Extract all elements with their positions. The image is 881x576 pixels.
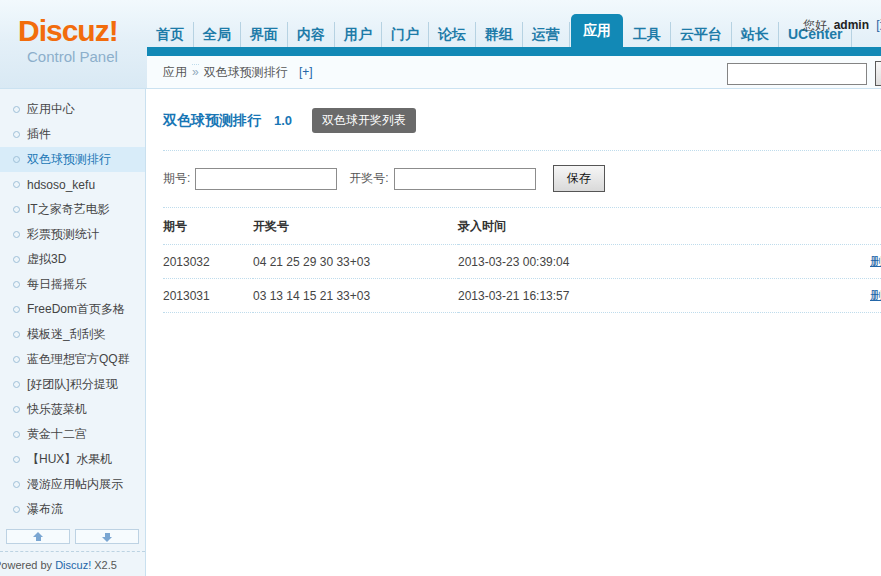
tab-global[interactable]: 全局	[194, 22, 241, 47]
tab-group[interactable]: 群组	[476, 22, 523, 47]
user-info: 您好, admin [退出]	[803, 17, 881, 34]
sidebar-item-label: FreeDom首页多格	[27, 301, 125, 318]
lottery-list-button[interactable]: 双色球开奖列表	[312, 108, 416, 133]
breadcrumb-bar: 应用»双色球预测排行 [+] 搜索	[147, 56, 881, 88]
tab-portal[interactable]: 门户	[382, 22, 429, 47]
sidebar-item[interactable]: hdsoso_kefu	[0, 172, 145, 197]
sidebar-item-label: 虚拟3D	[27, 251, 66, 268]
breadcrumb-root-link[interactable]: 应用	[163, 65, 187, 79]
brand-logo: Discuz! Control Panel	[18, 16, 118, 64]
tab-webmaster[interactable]: 站长	[732, 22, 779, 47]
sidebar-item-label: 双色球预测排行	[27, 151, 111, 168]
issue-label: 期号:	[163, 170, 190, 187]
sidebar-item[interactable]: 黄金十二宫	[0, 422, 145, 447]
sidebar-item-label: 蓝色理想官方QQ群	[27, 351, 130, 368]
sidebar-item-label: 彩票预测统计	[27, 226, 99, 243]
sidebar-item[interactable]: [好团队]积分提现	[0, 372, 145, 397]
version-text: X2.5	[94, 559, 117, 571]
bullet-icon	[13, 231, 20, 238]
tab-users[interactable]: 用户	[335, 22, 382, 47]
sidebar-scroll-controls	[6, 529, 139, 544]
cell-issue: 2013031	[163, 279, 253, 313]
sidebar-item[interactable]: 瀑布流	[0, 497, 145, 522]
sidebar-item[interactable]: IT之家奇艺电影	[0, 197, 145, 222]
delete-link[interactable]: 删除	[870, 254, 881, 268]
bullet-icon	[13, 206, 20, 213]
cell-number: 03 13 14 15 21 33+03	[253, 279, 458, 313]
number-input[interactable]	[394, 168, 536, 190]
scroll-up-button[interactable]	[6, 529, 70, 544]
bullet-icon	[13, 456, 20, 463]
logout-link[interactable]: [退出]	[876, 18, 881, 32]
tab-operation[interactable]: 运营	[523, 22, 570, 47]
sidebar-item-label: 黄金十二宫	[27, 426, 87, 443]
sidebar-item-label: 漫游应用帖内展示	[27, 476, 123, 493]
sidebar-item-label: 插件	[27, 126, 51, 143]
sidebar: 应用中心 插件 双色球预测排行 hdsoso_kefu IT之家奇艺电影 彩票预…	[0, 89, 146, 576]
version-badge: 1.0	[274, 113, 292, 128]
top-nav: 首页 全局 界面 内容 用户 门户 论坛 群组 运营 应用 工具 云平台 站长 …	[147, 22, 852, 47]
tab-tools[interactable]: 工具	[624, 22, 671, 47]
sidebar-item[interactable]: 模板迷_刮刮奖	[0, 322, 145, 347]
cell-time: 2013-03-23 00:39:04	[458, 245, 758, 279]
username: admin	[834, 18, 869, 32]
sidebar-item[interactable]: 漫游应用帖内展示	[0, 472, 145, 497]
discuz-link[interactable]: Discuz!	[55, 559, 91, 571]
entry-form: 期号: 开奖号: 保存	[163, 151, 881, 208]
issue-input[interactable]	[195, 168, 337, 190]
results-table: 期号 开奖号 录入时间 2013032 04 21 25 29 30 33+03…	[163, 208, 881, 313]
sidebar-item-plugins[interactable]: 插件	[0, 122, 145, 147]
sidebar-item[interactable]: 快乐菠菜机	[0, 397, 145, 422]
page-title: 双色球预测排行	[163, 112, 261, 130]
scroll-down-button[interactable]	[75, 529, 139, 544]
sidebar-item[interactable]: 【HUX】水果机	[0, 447, 145, 472]
cell-number: 04 21 25 29 30 33+03	[253, 245, 458, 279]
delete-link[interactable]: 删除	[870, 288, 881, 302]
sidebar-item-label: 每日摇摇乐	[27, 276, 87, 293]
tab-forum[interactable]: 论坛	[429, 22, 476, 47]
tab-app-active[interactable]: 应用	[571, 14, 623, 52]
cell-action: 删除	[758, 245, 881, 279]
bullet-icon	[13, 306, 20, 313]
bullet-icon	[13, 381, 20, 388]
cell-issue: 2013032	[163, 245, 253, 279]
search-button[interactable]: 搜索	[875, 61, 881, 86]
tab-cloud[interactable]: 云平台	[671, 22, 732, 47]
sidebar-item-ssq-selected[interactable]: 双色球预测排行	[0, 147, 145, 172]
bullet-icon	[13, 156, 20, 163]
bullet-icon	[13, 106, 20, 113]
sidebar-item-label: IT之家奇艺电影	[27, 201, 110, 218]
search-input[interactable]	[727, 63, 867, 85]
sidebar-item-label: 【HUX】水果机	[27, 451, 112, 468]
tab-interface[interactable]: 界面	[241, 22, 288, 47]
save-button[interactable]: 保存	[553, 165, 605, 192]
bullet-icon	[13, 406, 20, 413]
header-action	[758, 208, 881, 245]
sidebar-item-label: 模板迷_刮刮奖	[27, 326, 106, 343]
sidebar-item-label: 瀑布流	[27, 501, 63, 518]
tab-content[interactable]: 内容	[288, 22, 335, 47]
breadcrumb-add-link[interactable]: [+]	[299, 65, 313, 79]
content-area: 应用中心 插件 双色球预测排行 hdsoso_kefu IT之家奇艺电影 彩票预…	[0, 89, 881, 576]
greeting-text: 您好,	[803, 18, 830, 32]
bullet-icon	[13, 431, 20, 438]
bullet-icon	[13, 281, 20, 288]
header: Discuz! Control Panel 首页 全局 界面 内容 用户 门户 …	[0, 0, 881, 89]
bullet-icon	[13, 331, 20, 338]
bullet-icon	[13, 356, 20, 363]
sidebar-item[interactable]: 蓝色理想官方QQ群	[0, 347, 145, 372]
table-row: 2013032 04 21 25 29 30 33+03 2013-03-23 …	[163, 245, 881, 279]
sidebar-item[interactable]: 每日摇摇乐	[0, 272, 145, 297]
header-time: 录入时间	[458, 208, 758, 245]
sidebar-item[interactable]: 虚拟3D	[0, 247, 145, 272]
sidebar-item-app-center[interactable]: 应用中心	[0, 97, 145, 122]
powered-by-line: Powered by Discuz! X2.5	[0, 558, 145, 573]
sidebar-item[interactable]: FreeDom首页多格	[0, 297, 145, 322]
number-label: 开奖号:	[349, 170, 388, 187]
down-arrow-icon	[102, 532, 113, 542]
powered-by-text: Powered by	[0, 559, 52, 571]
breadcrumb-separator: »	[192, 64, 199, 79]
tab-home[interactable]: 首页	[147, 22, 194, 47]
sidebar-item[interactable]: 彩票预测统计	[0, 222, 145, 247]
cell-action: 删除	[758, 279, 881, 313]
